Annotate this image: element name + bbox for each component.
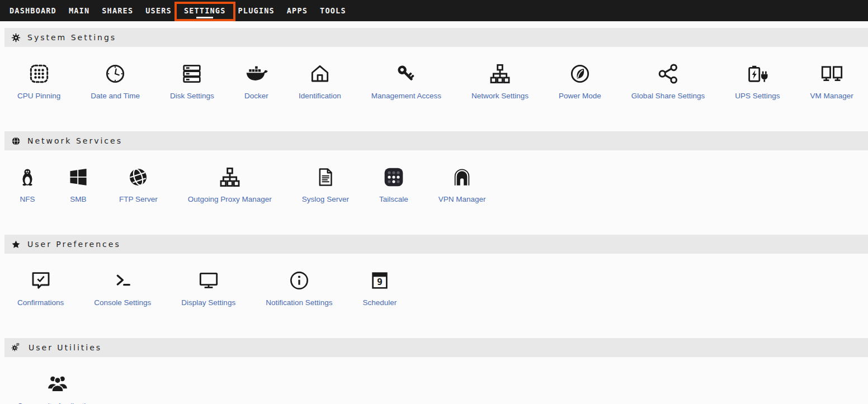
identification-icon <box>309 61 331 85</box>
nav-tab-plugins[interactable]: PLUGINS <box>232 0 281 21</box>
settings-item-label: Syslog Server <box>302 195 349 203</box>
globe-icon <box>11 136 21 146</box>
section-items-row: Community Applications <box>0 357 868 404</box>
section-network-services: Network ServicesNFSSMBFTP ServerOutgoing… <box>0 131 868 228</box>
section-header-network-services: Network Services <box>4 131 868 150</box>
nav-tab-main[interactable]: MAIN <box>63 0 96 21</box>
nav-tab-dashboard[interactable]: DASHBOARD <box>3 0 63 21</box>
section-header-user-utilities: User Utilities <box>4 338 868 357</box>
sitemap-icon <box>219 165 241 188</box>
settings-item-label: NFS <box>20 195 35 203</box>
settings-item-outgoing-proxy-manager[interactable]: Outgoing Proxy Manager <box>173 165 287 203</box>
settings-item-global-share-settings[interactable]: Global Share Settings <box>616 61 720 100</box>
settings-item-cpu-pinning[interactable]: CPU Pinning <box>2 61 76 100</box>
gear-icon <box>11 33 21 42</box>
vpn-icon <box>451 165 473 188</box>
settings-item-ftp-server[interactable]: FTP Server <box>104 165 173 203</box>
settings-item-label: Power Mode <box>559 92 601 100</box>
scheduler-icon: 9 <box>369 268 390 292</box>
svg-text:9: 9 <box>377 277 383 287</box>
settings-item-power-mode[interactable]: Power Mode <box>544 61 616 100</box>
settings-item-ups-settings[interactable]: UPS Settings <box>720 61 795 100</box>
settings-item-syslog-server[interactable]: Syslog Server <box>287 165 364 203</box>
settings-item-scheduler[interactable]: 9Scheduler <box>347 268 412 307</box>
nav-tab-label: SETTINGS <box>184 6 226 15</box>
display-icon <box>197 268 220 292</box>
settings-item-label: VPN Manager <box>438 195 486 203</box>
settings-item-label: SMB <box>70 195 86 203</box>
settings-item-label: Identification <box>299 92 341 100</box>
settings-item-disk-settings[interactable]: Disk Settings <box>155 61 229 100</box>
disk-settings-icon <box>181 61 203 85</box>
active-tab-underline <box>196 17 213 18</box>
section-items-row: NFSSMBFTP ServerOutgoing Proxy ManagerSy… <box>0 150 868 228</box>
settings-item-label: FTP Server <box>119 195 158 203</box>
settings-item-smb[interactable]: SMB <box>53 165 104 203</box>
settings-item-label: Community Applications <box>17 402 98 404</box>
nav-tab-users[interactable]: USERS <box>139 0 178 21</box>
sitemap-icon <box>489 61 511 85</box>
cpu-pinning-icon <box>28 61 50 85</box>
section-title: System Settings <box>27 33 116 42</box>
section-user-preferences: User PreferencesConfirmationsConsole Set… <box>0 235 868 331</box>
section-title: User Utilities <box>29 343 102 352</box>
settings-item-label: Disk Settings <box>170 92 214 100</box>
settings-item-confirmations[interactable]: Confirmations <box>2 268 79 307</box>
nav-tab-tools[interactable]: TOOLS <box>314 0 352 21</box>
settings-item-tailscale[interactable]: Tailscale <box>364 165 423 203</box>
global-share-icon <box>657 61 680 85</box>
notification-icon <box>288 268 310 292</box>
section-user-utilities: User UtilitiesCommunity Applications <box>0 338 868 404</box>
nav-tab-settings[interactable]: SETTINGS <box>178 0 232 21</box>
date-time-icon <box>104 61 126 85</box>
settings-item-label: Management Access <box>371 92 441 100</box>
settings-item-vpn-manager[interactable]: VPN Manager <box>423 165 501 203</box>
settings-item-docker[interactable]: Docker <box>229 61 284 100</box>
nav-tab-label: APPS <box>287 6 308 15</box>
confirmations-icon <box>30 268 52 292</box>
settings-item-label: Console Settings <box>94 298 151 307</box>
settings-item-vm-manager[interactable]: VM Manager <box>795 61 868 100</box>
star-icon <box>11 240 21 249</box>
settings-item-network-settings[interactable]: Network Settings <box>456 61 544 100</box>
settings-item-label: Tailscale <box>379 195 408 203</box>
settings-item-label: Scheduler <box>362 298 397 307</box>
gears-icon <box>11 343 22 353</box>
section-items-row: ConfirmationsConsole SettingsDisplay Set… <box>0 254 868 331</box>
settings-item-label: Global Share Settings <box>631 92 705 100</box>
console-icon <box>111 268 134 292</box>
nav-tab-label: SHARES <box>102 6 133 15</box>
globe-solid-icon <box>127 165 149 188</box>
settings-item-community-applications[interactable]: Community Applications <box>2 372 113 404</box>
settings-item-label: Display Settings <box>181 298 235 307</box>
settings-item-date-and-time[interactable]: Date and Time <box>76 61 155 100</box>
settings-item-console-settings[interactable]: Console Settings <box>79 268 166 307</box>
docker-icon <box>244 61 268 85</box>
settings-item-management-access[interactable]: Management Access <box>356 61 456 100</box>
tux-icon <box>17 165 37 188</box>
section-title: Network Services <box>27 136 122 145</box>
syslog-icon <box>315 165 336 188</box>
nav-tab-label: TOOLS <box>320 6 346 15</box>
windows-icon <box>68 165 89 188</box>
settings-item-label: Notification Settings <box>266 298 332 307</box>
settings-item-label: Docker <box>244 92 268 100</box>
settings-item-notification-settings[interactable]: Notification Settings <box>251 268 347 307</box>
section-system-settings: System SettingsCPU PinningDate and TimeD… <box>0 28 868 125</box>
settings-item-display-settings[interactable]: Display Settings <box>166 268 251 307</box>
settings-item-label: CPU Pinning <box>17 92 60 100</box>
power-mode-icon <box>569 61 591 85</box>
nav-tab-label: PLUGINS <box>238 6 275 15</box>
nav-tab-shares[interactable]: SHARES <box>96 0 139 21</box>
settings-item-label: UPS Settings <box>735 92 780 100</box>
settings-item-label: Network Settings <box>471 92 529 100</box>
settings-item-label: VM Manager <box>810 92 853 100</box>
nav-tab-apps[interactable]: APPS <box>281 0 314 21</box>
community-apps-icon <box>46 372 69 395</box>
settings-item-identification[interactable]: Identification <box>284 61 356 100</box>
settings-item-nfs[interactable]: NFS <box>2 165 53 203</box>
section-title: User Preferences <box>27 240 121 249</box>
section-items-row: CPU PinningDate and TimeDisk SettingsDoc… <box>0 47 868 125</box>
settings-item-label: Confirmations <box>17 298 64 307</box>
management-access-icon <box>394 61 418 85</box>
